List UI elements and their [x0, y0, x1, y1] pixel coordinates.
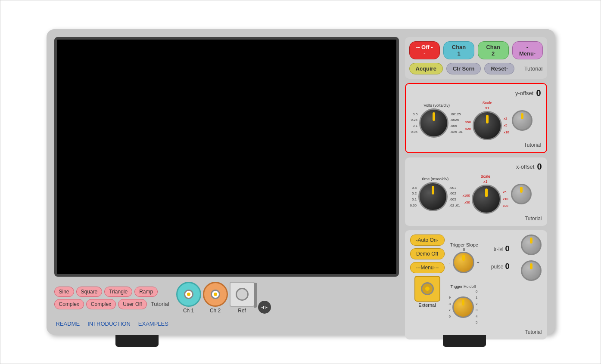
top-buttons-section: -- Off -- Chan 1 Chan 2 -Menu- Acquire C… [405, 37, 547, 79]
time-section: x-offset 0 Time (msec/div) 0.5 0.2 0.1 0… [405, 157, 547, 226]
time-scale-label: Scale [480, 174, 490, 179]
ref-inner [236, 288, 249, 301]
oscilloscope-feet [47, 335, 555, 347]
holdoff-knob-indicator [462, 299, 464, 305]
x-offset-knob-group [511, 184, 532, 204]
trigger-right-controls: Trigger Slope 0 - + [449, 234, 542, 335]
menu-button[interactable]: -Menu- [512, 41, 543, 59]
complex1-button[interactable]: Complex [54, 299, 84, 309]
holdoff-knob-group: Trigger Holdoff 9 8 7 6 [449, 284, 478, 326]
pulse-knob-indicator [530, 263, 532, 269]
triangle-button[interactable]: Triangle [104, 287, 132, 297]
n-button[interactable]: -n- [258, 301, 271, 314]
scale-left-labels: x50 x20 [465, 119, 471, 133]
btn-row-2: Acquire Clr Scrn Reset- Tutorial [409, 63, 543, 74]
top-tutorial-label: Tutorial [524, 65, 543, 72]
n-box: -n- [256, 301, 271, 314]
time-knobs-container: Time (msec/div) 0.5 0.2 0.1 0.05 [410, 174, 542, 214]
readme-link[interactable]: README [56, 321, 80, 327]
chan1-button[interactable]: Chan 1 [443, 41, 474, 59]
bottom-controls: Sine Square Triangle Ramp Complex Comple… [54, 280, 399, 315]
ch1-dot [187, 293, 190, 296]
x-offset-label: x-offset [516, 163, 534, 170]
ref-connector[interactable] [230, 282, 255, 307]
trlvl-knob[interactable] [521, 234, 542, 255]
ch1-label: Ch 1 [183, 308, 194, 314]
trlvl-knob-indicator [530, 238, 532, 244]
external-label: External [418, 302, 436, 308]
slope-knob-row: - + [449, 252, 480, 273]
acquire-button[interactable]: Acquire [409, 63, 443, 74]
x-offset-value: 0 [537, 162, 542, 172]
pulse-knob[interactable] [521, 260, 542, 281]
ref-box: Ref [230, 282, 255, 314]
time-div-label: Time (msec/div) [421, 177, 449, 181]
y-offset-label: y-offset [515, 90, 533, 96]
bottom-tutorial-label: Tutorial [151, 301, 169, 307]
waveform-buttons: Sine Square Triangle Ramp Complex Comple… [54, 287, 169, 309]
ch1-inner [184, 290, 193, 299]
scale-knob-indicator [486, 115, 489, 123]
y-offset-knob[interactable] [512, 110, 532, 131]
examples-link[interactable]: EXAMPLES [138, 321, 168, 327]
holdoff-knob[interactable] [452, 296, 474, 318]
volts-knob[interactable] [419, 108, 448, 138]
ramp-button[interactable]: Ramp [134, 287, 158, 297]
off-button[interactable]: -- Off -- [409, 41, 440, 59]
external-button[interactable] [414, 276, 440, 302]
wave-row-1: Sine Square Triangle Ramp [54, 287, 169, 297]
scale-knob-wrapper [473, 111, 502, 140]
external-group: External [410, 276, 445, 308]
channel-display: Ch 1 Ch 2 [176, 282, 271, 314]
slope-title: Trigger Slope [450, 242, 478, 247]
introduction-link[interactable]: INTRODUCTION [87, 321, 131, 327]
time-scale-knob-indicator [485, 188, 488, 197]
trlvl-row: Trigger Slope 0 - + [449, 234, 542, 281]
volts-left-labels: 0.5 0.25 0.1 0.05 [411, 111, 418, 135]
volts-tutorial: Tutorial [411, 142, 541, 148]
square-button[interactable]: Square [76, 287, 103, 297]
slope-knob[interactable] [453, 252, 474, 273]
time-tutorial: Tutorial [410, 216, 542, 222]
time-scale-left: x100 x50 [463, 192, 470, 206]
volts-div-label: Volts (volts/div) [424, 103, 450, 108]
holdoff-left-labels: 9 8 7 6 [449, 295, 451, 320]
ch2-connector[interactable] [203, 282, 228, 307]
time-knob-wrapper [418, 182, 448, 211]
ch1-connector[interactable] [176, 282, 201, 307]
time-scale-x1: x1 [483, 179, 488, 184]
volts-right-labels: .00125 .0025 .005 .025 .01 [450, 111, 463, 135]
sine-button[interactable]: Sine [54, 287, 74, 297]
volts-section: y-offset 0 Volts (volts/div) 0.5 0.25 0.… [405, 83, 547, 153]
chan2-button[interactable]: Chan 2 [478, 41, 509, 59]
user-off-button[interactable]: User Off [118, 299, 146, 309]
reset-button[interactable]: Reset- [484, 63, 514, 74]
scale-knob[interactable] [473, 111, 502, 140]
trigger-menu-button[interactable]: ---Menu--- [410, 262, 445, 273]
slope-plus: + [477, 260, 480, 265]
clrscr-button[interactable]: Clr Scrn [446, 63, 481, 74]
volts-knobs-container: Volts (volts/div) 0.5 0.25 0.1 0.05 [411, 101, 541, 140]
right-panel: -- Off -- Chan 1 Chan 2 -Menu- Acquire C… [405, 37, 547, 327]
time-scale-knob-wrapper [472, 185, 501, 214]
auto-on-button[interactable]: -Auto On- [410, 234, 445, 246]
x-offset-knob[interactable] [511, 184, 532, 204]
holdoff-row: 9 8 7 6 0 [449, 289, 478, 326]
btn-row-1: -- Off -- Chan 1 Chan 2 -Menu- [409, 41, 543, 59]
y-offset-knob-group [512, 110, 532, 131]
time-scale-knob[interactable] [472, 185, 501, 214]
nav-links: README INTRODUCTION EXAMPLES [54, 319, 399, 327]
trig-small-knobs [521, 234, 542, 281]
time-title-row: x-offset 0 [410, 162, 542, 172]
ext-dot [425, 287, 430, 291]
scale-label: Scale [483, 101, 492, 105]
time-scale-right: x5 x10 x20 [503, 189, 508, 210]
holdoff-title: Trigger Holdoff [450, 284, 476, 289]
ref-label: Ref [238, 308, 246, 314]
time-knob[interactable] [418, 182, 448, 211]
demo-off-button[interactable]: Demo Off [410, 248, 445, 259]
foot-right [443, 335, 486, 347]
complex2-button[interactable]: Complex [86, 299, 116, 309]
ch2-box: Ch 2 [203, 282, 228, 314]
oscilloscope-screen [54, 37, 399, 277]
